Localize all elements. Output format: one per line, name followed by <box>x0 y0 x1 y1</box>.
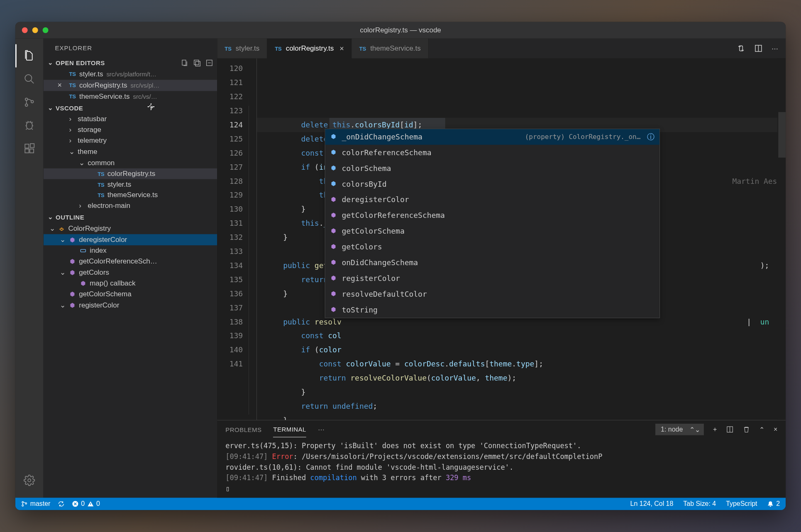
tree-item[interactable]: TScolorRegistry.ts <box>44 168 217 179</box>
notifications[interactable]: 2 <box>767 500 780 508</box>
field-icon <box>330 133 338 141</box>
outline-item[interactable]: ⌄deregisterColor <box>44 234 217 245</box>
suggest-widget[interactable]: _onDidChangeSchema(property) ColorRegist… <box>325 129 660 318</box>
settings-gear-icon[interactable] <box>15 469 44 492</box>
close-icon[interactable]: × <box>57 81 66 90</box>
titlebar: colorRegistry.ts — vscode <box>15 22 786 39</box>
open-editor-item[interactable]: × TS themeService.ts src/vs/… <box>44 91 217 102</box>
code-editor[interactable]: 1201211221231241251261271281291301311321… <box>217 59 786 420</box>
outline-item[interactable]: ⌄registerColor <box>44 300 217 311</box>
outline-item[interactable]: getColorSchema <box>44 289 217 300</box>
collapse-all-icon[interactable] <box>205 59 213 67</box>
suggest-item[interactable]: getColorSchema <box>325 223 660 239</box>
close-icon[interactable]: × <box>339 44 344 53</box>
tab[interactable]: TS colorRegistry.ts × <box>267 39 352 59</box>
new-terminal-icon[interactable]: + <box>713 426 717 433</box>
suggest-item[interactable]: registerColor <box>325 271 660 286</box>
open-editor-item[interactable]: × TS colorRegistry.ts src/vs/pl… <box>44 80 217 91</box>
git-branch[interactable]: master <box>21 500 51 508</box>
tree-item[interactable]: ⌄common <box>44 157 217 168</box>
tab-size[interactable]: Tab Size: 4 <box>683 500 716 508</box>
problems-tab[interactable]: PROBLEMS <box>225 422 261 437</box>
svg-rect-11 <box>195 61 200 66</box>
tree-item[interactable]: ⌄theme <box>44 146 217 157</box>
sync-icon[interactable] <box>58 500 64 507</box>
suggest-item[interactable]: _onDidChangeSchema(property) ColorRegist… <box>325 129 660 145</box>
kill-terminal-icon[interactable] <box>742 426 750 433</box>
suggest-item[interactable]: toString <box>325 302 660 318</box>
tree-item[interactable]: TSstyler.ts <box>44 179 217 190</box>
file-path: src/vs/… <box>133 93 157 100</box>
debug-icon[interactable] <box>15 114 44 137</box>
tab[interactable]: TS styler.ts <box>217 39 267 59</box>
suggest-item[interactable]: colorsById <box>325 176 660 192</box>
language-mode[interactable]: TypeScript <box>726 500 757 508</box>
compare-changes-icon[interactable] <box>737 44 745 53</box>
tree-item[interactable]: ›statusbar <box>44 114 217 124</box>
open-editors-header[interactable]: ⌄ OPEN EDITORS <box>44 57 217 69</box>
maximize-panel-icon[interactable]: ⌃ <box>759 425 764 433</box>
method-symbol-icon <box>68 301 76 309</box>
tree-item[interactable]: ›storage <box>44 124 217 135</box>
svg-rect-9 <box>182 60 186 65</box>
ts-file-icon: TS <box>69 82 76 88</box>
workspace-header[interactable]: ⌄ VSCODE <box>44 102 217 114</box>
problems-status[interactable]: 0 0 <box>72 500 100 508</box>
tree-item[interactable]: ›electron-main <box>44 200 217 211</box>
save-all-icon[interactable] <box>193 59 201 67</box>
statusbar: master 0 0 Ln 124, Col 18 Tab Size: 4 Ty… <box>15 498 786 510</box>
chevron-icon: ⌄ <box>69 147 75 156</box>
tree-item-label: storage <box>78 126 101 134</box>
svg-point-17 <box>22 501 24 503</box>
ts-file-icon: TS <box>275 45 282 51</box>
minimap[interactable] <box>777 59 786 420</box>
close-panel-icon[interactable]: × <box>774 426 777 433</box>
cursor-position[interactable]: Ln 124, Col 18 <box>630 500 674 508</box>
explorer-icon[interactable] <box>15 44 44 68</box>
tree-item-label: themeService.ts <box>107 191 158 200</box>
notification-count: 2 <box>776 500 780 508</box>
new-file-icon[interactable] <box>181 59 188 67</box>
outline-item[interactable]: map() callback <box>44 278 217 289</box>
suggest-label: _onDidChangeSchema <box>342 131 422 143</box>
outline-item[interactable]: index <box>44 245 217 256</box>
terminal-output[interactable]: erver.ts(475,15): Property 'isBuilt' doe… <box>217 439 786 498</box>
tab[interactable]: TS themeService.ts <box>352 39 429 59</box>
outline-header[interactable]: ⌄ OUTLINE <box>44 211 217 223</box>
terminal-tab[interactable]: TERMINAL <box>273 422 306 437</box>
suggest-item[interactable]: resolveDefaultColor <box>325 286 660 302</box>
method-icon <box>330 259 338 266</box>
close-window[interactable] <box>22 27 28 33</box>
extensions-icon[interactable] <box>15 137 44 160</box>
minimize-window[interactable] <box>32 27 38 33</box>
outline-label: getColorSchema <box>79 290 131 298</box>
ts-file-icon: TS <box>98 181 105 188</box>
split-editor-icon[interactable] <box>754 44 762 53</box>
outline-item[interactable]: getColorReferenceSch… <box>44 256 217 267</box>
terminal-select[interactable]: 1: node⌃⌄ <box>655 424 704 435</box>
suggest-item[interactable]: getColors <box>325 239 660 255</box>
minimap-thumb[interactable] <box>778 112 786 158</box>
source-control-icon[interactable] <box>15 90 44 114</box>
activity-bar <box>15 39 44 498</box>
more-icon[interactable]: ⋯ <box>772 44 778 52</box>
outline-item[interactable]: ⌄ColorRegistry <box>44 223 217 234</box>
more-icon[interactable]: ⋯ <box>318 425 325 433</box>
suggest-item[interactable]: deregisterColor <box>325 192 660 208</box>
suggest-item[interactable]: onDidChangeSchema <box>325 255 660 271</box>
search-icon[interactable] <box>15 67 44 90</box>
suggest-item[interactable]: colorReferenceSchema <box>325 145 660 161</box>
tree-item[interactable]: TSthemeService.ts <box>44 190 217 201</box>
split-terminal-icon[interactable] <box>726 426 733 433</box>
outline-item[interactable]: ⌄getColors <box>44 267 217 278</box>
info-icon[interactable]: ⓘ <box>647 131 654 143</box>
suggest-item[interactable]: getColorReferenceSchema <box>325 207 660 223</box>
ts-file-icon: TS <box>69 71 76 77</box>
suggest-item[interactable]: colorSchema <box>325 161 660 176</box>
tree-item[interactable]: ›telemetry <box>44 135 217 146</box>
chevron-icon: › <box>79 202 85 210</box>
maximize-window[interactable] <box>43 27 49 33</box>
method-icon <box>330 306 338 314</box>
open-editor-item[interactable]: × TS styler.ts src/vs/platform/t… <box>44 68 217 80</box>
svg-point-1 <box>25 98 28 100</box>
